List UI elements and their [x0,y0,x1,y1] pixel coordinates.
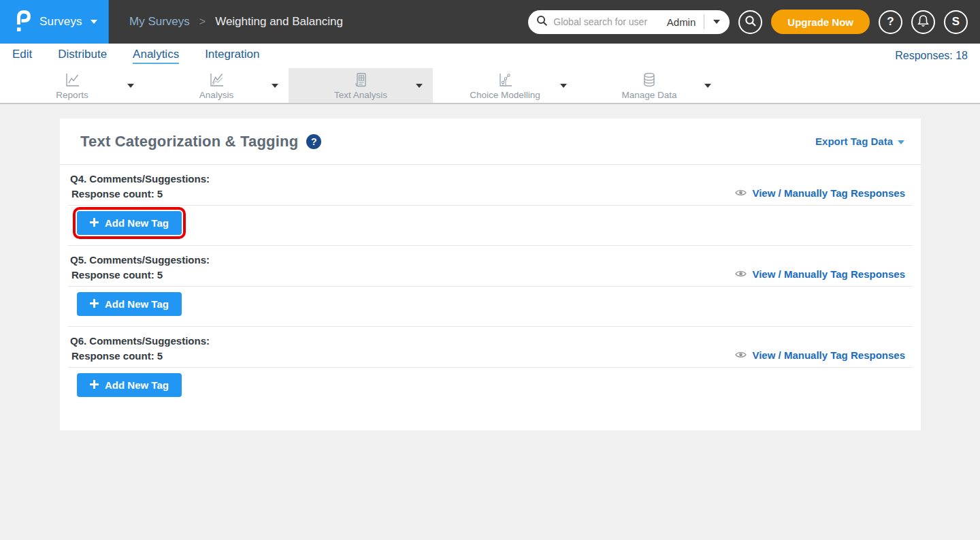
tab-label: Choice Modelling [470,90,540,100]
question-title: Q5. Comments/Suggestions: [70,254,210,266]
view-manually-tag-responses-link[interactable]: View / Manually Tag Responses [735,187,905,199]
response-count: Response count: 5 [70,350,210,362]
view-link-label: View / Manually Tag Responses [752,187,905,199]
question-header: Q4. Comments/Suggestions: Response count… [68,165,913,205]
product-label: Surveys [39,15,82,29]
app-header: Surveys My Surveys > Weighting and Balan… [0,0,980,44]
question-meta: Q6. Comments/Suggestions: Response count… [70,335,210,362]
text-document-grid-icon [352,72,370,88]
breadcrumb-my-surveys[interactable]: My Surveys [129,15,190,29]
eye-icon [735,187,747,199]
nav-analytics[interactable]: Analytics [133,48,179,64]
breadcrumb: My Surveys > Weighting and Balancing [129,15,343,29]
plus-icon [90,379,99,391]
question-meta: Q5. Comments/Suggestions: Response count… [70,254,210,281]
search-scope-dropdown[interactable]: Admin [667,10,730,34]
tab-dropdown-caret[interactable] [560,84,567,88]
tab-analysis[interactable]: Analysis [144,68,289,103]
notifications-button[interactable] [911,10,935,34]
breadcrumb-current-survey: Weighting and Balancing [215,15,343,29]
line-chart-icon [63,72,81,88]
breadcrumb-separator: > [199,16,206,28]
tab-dropdown-caret[interactable] [704,84,711,88]
database-icon [640,72,658,88]
nav-integration[interactable]: Integration [205,48,259,64]
tab-text-analysis[interactable]: Text Analysis [289,68,433,103]
tab-manage-data[interactable]: Manage Data [577,68,721,103]
chevron-down-icon [713,20,720,24]
export-tag-data-label: Export Tag Data [815,136,893,147]
tab-label: Analysis [199,90,233,100]
nav-distribute[interactable]: Distribute [58,48,107,64]
view-link-label: View / Manually Tag Responses [752,268,905,280]
tab-label: Manage Data [621,90,676,100]
tab-label: Text Analysis [334,90,387,100]
view-manually-tag-responses-link[interactable]: View / Manually Tag Responses [735,268,905,280]
tab-label: Reports [56,90,88,100]
search-scope-label: Admin [667,16,696,28]
eye-icon [735,349,747,361]
export-tag-data-dropdown[interactable]: Export Tag Data [815,136,904,147]
plus-icon [90,298,99,310]
add-new-tag-button[interactable]: Add New Tag [77,373,182,397]
scatter-chart-icon [496,72,514,88]
tab-dropdown-caret[interactable] [416,84,423,88]
global-search-input[interactable] [548,16,666,27]
add-new-tag-button[interactable]: Add New Tag [77,292,182,316]
header-actions: Admin Upgrade Now ? [528,10,980,34]
question-header: Q6. Comments/Suggestions: Response count… [68,327,913,367]
question-block: Q4. Comments/Suggestions: Response count… [60,165,921,246]
avatar-initial: S [952,15,960,29]
responses-count: Responses: 18 [895,50,968,62]
product-switcher[interactable]: Surveys [0,0,109,44]
add-new-tag-label: Add New Tag [105,379,169,391]
help-icon[interactable]: ? [306,134,321,149]
page-title: Text Categorization & Tagging [80,133,298,150]
main-content: Text Categorization & Tagging ? Export T… [0,104,980,540]
nav-edit[interactable]: Edit [12,48,32,64]
help-button[interactable]: ? [879,10,902,34]
bell-icon [917,14,929,29]
add-new-tag-label: Add New Tag [105,298,169,310]
search-icon [745,15,757,29]
question-meta: Q4. Comments/Suggestions: Response count… [70,173,210,200]
tab-dropdown-caret[interactable] [127,84,134,88]
question-list: Q4. Comments/Suggestions: Response count… [60,165,921,407]
search-icon [536,15,548,29]
chevron-down-icon [898,140,904,144]
question-header: Q5. Comments/Suggestions: Response count… [68,246,913,286]
button-row: Add New Tag [68,368,913,407]
tab-choice-modelling[interactable]: Choice Modelling [433,68,577,103]
response-count: Response count: 5 [70,269,210,281]
response-count: Response count: 5 [70,188,210,200]
chevron-down-icon [91,20,97,24]
panel-header: Text Categorization & Tagging ? Export T… [60,118,921,164]
divider [704,14,704,29]
multi-line-chart-icon [208,72,225,88]
global-search: Admin [528,10,730,34]
add-new-tag-label: Add New Tag [105,217,169,229]
question-block: Q5. Comments/Suggestions: Response count… [60,246,921,327]
view-manually-tag-responses-link[interactable]: View / Manually Tag Responses [735,349,905,361]
tab-reports[interactable]: Reports [0,68,144,103]
analytics-tabbar: Reports Analysis Text Analysis [0,68,980,104]
question-block: Q6. Comments/Suggestions: Response count… [60,327,921,407]
add-new-tag-button[interactable]: Add New Tag [77,211,182,235]
button-row: Add New Tag [68,287,913,326]
question-mark-icon: ? [887,15,894,29]
question-title: Q6. Comments/Suggestions: [70,335,210,347]
view-link-label: View / Manually Tag Responses [752,349,905,361]
survey-nav: Edit Distribute Analytics Integration Re… [0,44,980,68]
proprofs-logo-icon [15,9,31,35]
question-title: Q4. Comments/Suggestions: [70,173,210,185]
plus-icon [90,217,99,229]
tab-dropdown-caret[interactable] [272,84,278,88]
button-row: Add New Tag [68,206,913,245]
text-tagging-panel: Text Categorization & Tagging ? Export T… [60,118,921,430]
eye-icon [735,268,747,280]
header-search-button[interactable] [738,10,762,34]
avatar[interactable]: S [944,10,968,34]
upgrade-now-button[interactable]: Upgrade Now [771,10,870,34]
